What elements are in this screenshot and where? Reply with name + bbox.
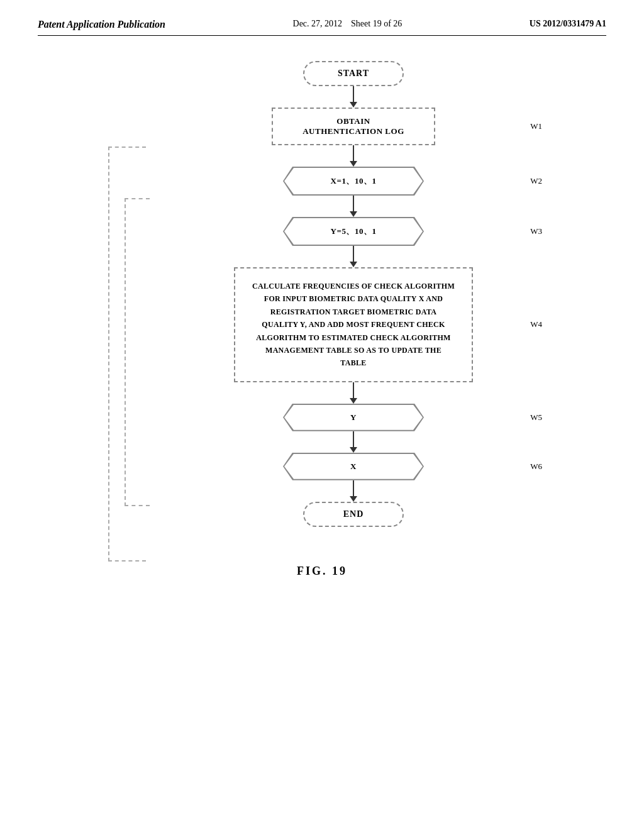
arrow-5 bbox=[165, 382, 542, 404]
sheet-info: Sheet 19 of 26 bbox=[351, 19, 402, 28]
w6-node: X bbox=[283, 453, 424, 480]
flowchart: START OBTAIN AUTHENTICATION LOG W1 bbox=[102, 61, 542, 527]
diagram-container: START OBTAIN AUTHENTICATION LOG W1 bbox=[38, 61, 606, 578]
w6-ref: W6 bbox=[530, 462, 542, 472]
fc-column: START OBTAIN AUTHENTICATION LOG W1 bbox=[165, 61, 542, 527]
w5-node: Y bbox=[283, 404, 424, 431]
w5-ref: W5 bbox=[530, 412, 542, 423]
w2-row: X=1、10、1 W2 bbox=[165, 167, 542, 196]
arrow-7 bbox=[165, 480, 542, 502]
start-row: START bbox=[165, 61, 542, 86]
arrow-2 bbox=[165, 145, 542, 167]
w3-row: Y=5、10、1 W3 bbox=[165, 217, 542, 246]
header-left: Patent Application Publication bbox=[38, 19, 165, 30]
arrow-6 bbox=[165, 431, 542, 453]
end-node: END bbox=[303, 502, 404, 527]
w1-node: OBTAIN AUTHENTICATION LOG bbox=[272, 108, 435, 145]
w4-node: CALCULATE FREQUENCIES OF CHECK ALGORITHM… bbox=[234, 267, 473, 382]
w3-ref: W3 bbox=[530, 226, 542, 236]
arrow-3 bbox=[165, 196, 542, 217]
header-center: Dec. 27, 2012 Sheet 19 of 26 bbox=[293, 19, 402, 29]
w1-row: OBTAIN AUTHENTICATION LOG W1 bbox=[165, 108, 542, 145]
w5-row: Y W5 bbox=[165, 404, 542, 431]
figure-label: FIG. 19 bbox=[297, 565, 347, 578]
page: Patent Application Publication Dec. 27, … bbox=[0, 0, 644, 830]
outer-loop-bracket bbox=[108, 147, 146, 562]
publication-date: Dec. 27, 2012 bbox=[293, 19, 343, 28]
w4-ref: W4 bbox=[530, 319, 542, 329]
w2-ref: W2 bbox=[530, 176, 542, 186]
publication-number: US 2012/0331479 A1 bbox=[530, 19, 606, 28]
w3-node: Y=5、10、1 bbox=[283, 217, 424, 246]
w1-ref: W1 bbox=[530, 121, 542, 131]
w2-node: X=1、10、1 bbox=[283, 167, 424, 196]
end-row: END bbox=[165, 502, 542, 527]
inner-loop-bracket bbox=[125, 198, 150, 506]
header-right: US 2012/0331479 A1 bbox=[530, 19, 606, 29]
w4-row: CALCULATE FREQUENCIES OF CHECK ALGORITHM… bbox=[165, 267, 542, 382]
header: Patent Application Publication Dec. 27, … bbox=[38, 19, 606, 36]
w6-row: X W6 bbox=[165, 453, 542, 480]
start-node: START bbox=[303, 61, 404, 86]
arrow-4 bbox=[165, 246, 542, 267]
arrow-1 bbox=[165, 86, 542, 108]
publication-title: Patent Application Publication bbox=[38, 19, 165, 30]
